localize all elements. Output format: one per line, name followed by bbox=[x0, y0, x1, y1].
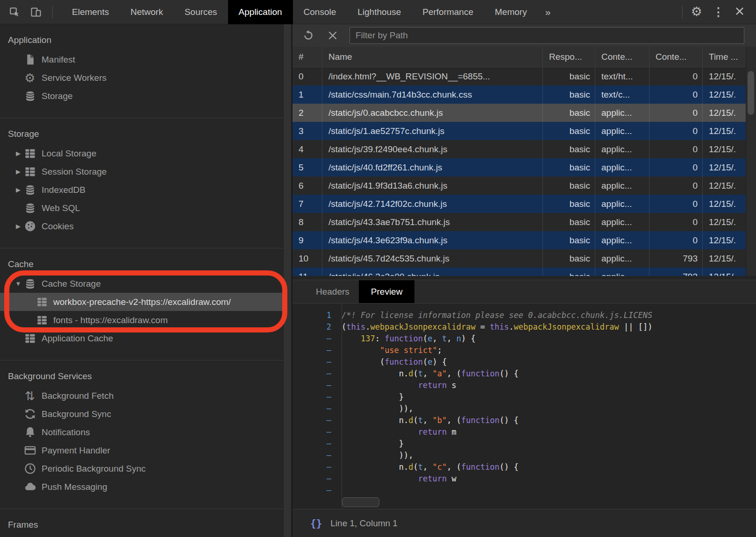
sidebar-item-manifest[interactable]: Manifest bbox=[0, 50, 283, 69]
clock-icon bbox=[23, 462, 36, 475]
table-row[interactable]: 0/index.html?__WB_REVISION__=6855...basi… bbox=[292, 67, 756, 85]
cell-content-type: text/c... bbox=[595, 85, 649, 104]
table-row[interactable]: 7/static/js/42.7142f02c.chunk.jsbasicapp… bbox=[292, 195, 756, 213]
filter-by-path-input[interactable] bbox=[349, 27, 744, 44]
chevron-right-icon[interactable]: ▶ bbox=[13, 186, 23, 193]
close-icon[interactable] bbox=[735, 6, 747, 18]
chevron-right-icon[interactable]: ▶ bbox=[13, 150, 23, 157]
tab-memory[interactable]: Memory bbox=[484, 0, 538, 24]
code-text: )), bbox=[342, 450, 756, 461]
code-line: – return s bbox=[292, 380, 756, 391]
table-row[interactable]: 1/static/css/main.7d14b3cc.chunk.cssbasi… bbox=[292, 85, 756, 104]
code-horizontal-scrollbar-thumb[interactable] bbox=[342, 497, 379, 507]
sidebar-item-service-workers[interactable]: ⚙Service Workers bbox=[0, 69, 283, 87]
column-header-conte[interactable]: Conte... bbox=[649, 47, 703, 67]
tab-sources[interactable]: Sources bbox=[174, 0, 228, 24]
cell-content-length: 0 bbox=[649, 231, 703, 249]
table-grid-icon bbox=[23, 332, 36, 345]
devtools-tab-bar: ElementsNetworkSourcesApplicationConsole… bbox=[0, 0, 756, 24]
sidebar-section-storage: Storage▶Local Storage▶Session Storage▶In… bbox=[0, 118, 283, 248]
code-text bbox=[342, 485, 756, 496]
table-row[interactable]: 4/static/js/39.f2490ee4.chunk.jsbasicapp… bbox=[292, 140, 756, 158]
device-toolbar-icon[interactable] bbox=[29, 5, 43, 19]
sidebar-item-application-cache[interactable]: Application Cache bbox=[0, 329, 283, 347]
cell-index: 6 bbox=[292, 177, 322, 195]
table-row[interactable]: 8/static/js/43.3ae7b751.chunk.jsbasicapp… bbox=[292, 213, 756, 231]
more-tabs-chevron[interactable]: » bbox=[538, 0, 558, 24]
cell-response-type: basic bbox=[543, 140, 595, 158]
code-text: )), bbox=[342, 403, 756, 415]
sidebar-item-label: Application Cache bbox=[42, 333, 113, 344]
column-header-conte[interactable]: Conte... bbox=[595, 47, 649, 67]
sidebar-item-push-messaging[interactable]: Push Messaging bbox=[0, 478, 283, 496]
tab-console[interactable]: Console bbox=[293, 0, 347, 24]
sidebar-item-background-fetch[interactable]: ⇅Background Fetch bbox=[0, 387, 283, 405]
cell-index: 10 bbox=[292, 249, 322, 268]
cell-content-type: applic... bbox=[595, 104, 649, 122]
sidebar-item-payment-handler[interactable]: Payment Handler bbox=[0, 441, 283, 459]
refresh-icon[interactable] bbox=[302, 29, 315, 42]
tab-performance[interactable]: Performance bbox=[412, 0, 484, 24]
settings-gear-icon[interactable]: ⚙ bbox=[691, 6, 702, 18]
cell-content-length: 0 bbox=[649, 158, 703, 177]
table-row[interactable]: 2/static/js/0.acabcbcc.chunk.jsbasicappl… bbox=[292, 104, 756, 122]
clear-icon[interactable] bbox=[326, 29, 339, 42]
code-braces-icon: {} bbox=[310, 518, 322, 529]
sidebar-item-periodic-background-sync[interactable]: Periodic Background Sync bbox=[0, 459, 283, 478]
sidebar-item-fonts-https-excalidraw-com[interactable]: fonts - https://excalidraw.com bbox=[0, 311, 283, 329]
cell-name: /static/js/40.fd2ff261.chunk.js bbox=[322, 158, 543, 177]
sidebar-item-label: Service Workers bbox=[42, 73, 107, 83]
sidebar-item-label: Storage bbox=[42, 91, 73, 101]
table-row[interactable]: 3/static/js/1.ae52757c.chunk.jsbasicappl… bbox=[292, 122, 756, 140]
section-header: Frames bbox=[0, 519, 283, 535]
table-row[interactable]: 9/static/js/44.3e623f9a.chunk.jsbasicapp… bbox=[292, 231, 756, 249]
column-header-name[interactable]: Name bbox=[322, 47, 543, 67]
tab-network[interactable]: Network bbox=[120, 0, 174, 24]
sidebar-item-storage[interactable]: Storage bbox=[0, 87, 283, 105]
chevron-right-icon[interactable]: ▶ bbox=[13, 223, 23, 230]
table-vertical-scrollbar[interactable] bbox=[746, 47, 756, 276]
cache-toolbar bbox=[292, 24, 756, 47]
chevron-right-icon[interactable]: ▶ bbox=[13, 168, 23, 175]
cell-response-type: basic bbox=[543, 249, 595, 268]
cell-index: 8 bbox=[292, 213, 322, 231]
sidebar-item-local-storage[interactable]: ▶Local Storage bbox=[0, 144, 283, 163]
scrollbar-thumb[interactable] bbox=[748, 71, 754, 115]
cell-name: /static/js/41.9f3d13a6.chunk.js bbox=[322, 177, 543, 195]
table-row[interactable]: 10/static/js/45.7d24c535.chunk.jsbasicap… bbox=[292, 249, 756, 268]
sidebar-item-label: Payment Handler bbox=[42, 445, 110, 456]
sidebar-item-cache-storage[interactable]: ▼Cache Storage bbox=[0, 275, 283, 293]
preview-tab-preview[interactable]: Preview bbox=[359, 280, 415, 303]
tab-application[interactable]: Application bbox=[228, 0, 293, 24]
preview-tab-headers[interactable]: Headers bbox=[311, 280, 354, 303]
sidebar-item-notifications[interactable]: Notifications bbox=[0, 423, 283, 441]
sidebar-scrollbar[interactable] bbox=[283, 24, 292, 537]
inspect-icon[interactable] bbox=[7, 5, 21, 19]
cell-content-length: 0 bbox=[649, 85, 703, 104]
table-row[interactable]: 6/static/js/41.9f3d13a6.chunk.jsbasicapp… bbox=[292, 177, 756, 195]
sidebar-item-background-sync[interactable]: Background Sync bbox=[0, 405, 283, 423]
table-row[interactable]: 11/static/js/46.2c3e00.chunk.jsbasicappl… bbox=[292, 268, 756, 276]
sidebar-item-cookies[interactable]: ▶Cookies bbox=[0, 217, 283, 235]
table-row[interactable]: 5/static/js/40.fd2ff261.chunk.jsbasicapp… bbox=[292, 158, 756, 177]
cell-content-type: applic... bbox=[595, 249, 649, 268]
tab-lighthouse[interactable]: Lighthouse bbox=[347, 0, 412, 24]
chevron-down-icon[interactable]: ▼ bbox=[13, 280, 23, 287]
bell-icon bbox=[23, 426, 36, 439]
more-menu-icon[interactable]: ⋮ bbox=[713, 6, 724, 18]
line-number: – bbox=[292, 333, 342, 345]
tab-elements[interactable]: Elements bbox=[61, 0, 120, 24]
cell-response-type: basic bbox=[543, 231, 595, 249]
sidebar-item-web-sql[interactable]: Web SQL bbox=[0, 199, 283, 217]
sidebar-item-label: Background Sync bbox=[42, 409, 111, 419]
column-header-[interactable]: # bbox=[292, 47, 322, 67]
cell-response-type: basic bbox=[543, 85, 595, 104]
code-text: n.d(t, "c", (function() { bbox=[342, 461, 756, 473]
database-icon bbox=[23, 202, 36, 215]
service-worker-gear-icon: ⚙ bbox=[23, 71, 36, 85]
sidebar-item-session-storage[interactable]: ▶Session Storage bbox=[0, 163, 283, 181]
sidebar-item-indexeddb[interactable]: ▶IndexedDB bbox=[0, 181, 283, 199]
sidebar-item-workbox-precache-v2-https-excalidraw-com[interactable]: workbox-precache-v2-https://excalidraw.c… bbox=[0, 293, 283, 311]
cell-response-type: basic bbox=[543, 177, 595, 195]
column-header-respo[interactable]: Respo... bbox=[543, 47, 595, 67]
